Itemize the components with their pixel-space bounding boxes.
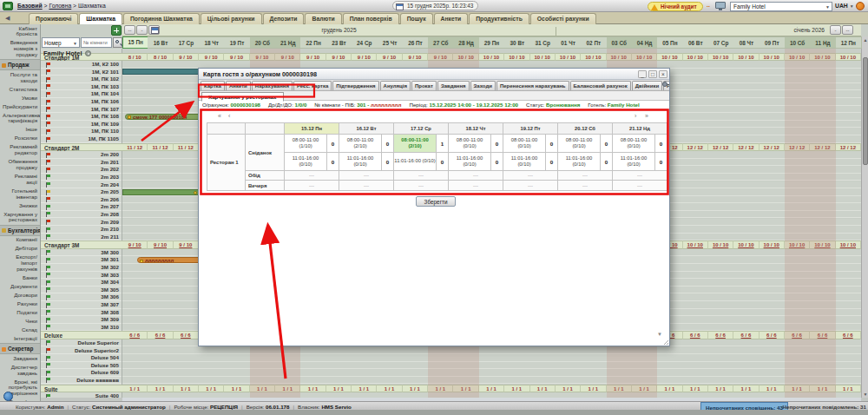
- room-row-label[interactable]: Deluxe Superior2: [41, 347, 122, 355]
- availability-link[interactable]: 1 / 1: [657, 385, 682, 393]
- room-filter-select[interactable]: Номер▼: [42, 37, 80, 48]
- availability-link[interactable]: 1 / 1: [607, 385, 632, 393]
- currency-select[interactable]: UAH ▼: [835, 3, 854, 9]
- availability-link[interactable]: 10 / 10: [760, 240, 785, 249]
- main-tab[interactable]: Погодинна Шахматка: [123, 13, 200, 24]
- meal-day-header[interactable]: 21.12 Нд: [613, 123, 667, 135]
- day-header-cell[interactable]: 18 Чт: [199, 36, 225, 49]
- availability-link[interactable]: 10 / 10: [760, 53, 785, 62]
- room-row-label[interactable]: 2m 210: [41, 226, 122, 234]
- room-row-label[interactable]: 1М, ПК 102: [41, 76, 122, 83]
- main-tab[interactable]: Депозити: [263, 13, 305, 24]
- availability-link[interactable]: 1 / 1: [275, 385, 300, 393]
- dinner-row-empty-cell[interactable]: ---: [558, 181, 613, 191]
- day-header-cell[interactable]: 01 Чт: [556, 36, 582, 49]
- breakfast-slot1-cell[interactable]: 08:00-11:00(1/10): [285, 135, 327, 153]
- slot-count-cell[interactable]: 0: [546, 153, 558, 171]
- day-header-cell[interactable]: 10 Сб: [785, 36, 811, 49]
- room-row-label[interactable]: Deluxe 505: [41, 362, 122, 370]
- room-row-label[interactable]: 3М 300: [41, 249, 122, 257]
- breakfast-slot2-cell[interactable]: 11:01-16:00(0/10): [613, 153, 655, 171]
- slot-count-cell[interactable]: 0: [491, 135, 503, 153]
- info-icon[interactable]: [3, 392, 13, 401]
- availability-link[interactable]: 9 / 10: [174, 53, 199, 62]
- room-row-label[interactable]: 1М, ПК 1105: [41, 135, 122, 143]
- availability-link[interactable]: 9 / 10: [148, 240, 173, 249]
- room-row-label[interactable]: 1М, ПК 103: [41, 83, 122, 91]
- search-button[interactable]: [113, 37, 122, 48]
- availability-link[interactable]: 1 / 1: [504, 385, 529, 393]
- day-header-cell[interactable]: 27 Сб: [428, 36, 454, 49]
- sidebar-section[interactable]: Продаж: [0, 59, 40, 70]
- room-row-label[interactable]: 1М, К2 101: [41, 69, 122, 76]
- dialog-tab[interactable]: Балансовий рахунок: [570, 81, 631, 90]
- room-row-label[interactable]: 1М, ПК 108: [41, 113, 122, 121]
- availability-link[interactable]: 10 / 10: [632, 53, 657, 62]
- breakfast-slot2-cell[interactable]: 11:01-16:00 (0/10): [394, 153, 437, 171]
- day-header-cell[interactable]: 28 Нд: [453, 36, 479, 49]
- sidebar-item[interactable]: Прейскуранти: [0, 102, 40, 111]
- breakfast-slot1-cell[interactable]: 08:00-11:00(2/10): [339, 135, 382, 153]
- night-audit-button[interactable]: Нічний аудит: [648, 2, 703, 11]
- resize-grip[interactable]: [663, 339, 668, 345]
- availability-link[interactable]: 10 / 10: [453, 53, 478, 62]
- availability-link[interactable]: 10 / 10: [479, 53, 504, 62]
- availability-link[interactable]: 6 / 6: [836, 331, 861, 339]
- booking-bar[interactable]: смоук 177 0000030184: [125, 114, 201, 120]
- availability-link[interactable]: 1 / 1: [122, 385, 148, 393]
- availability-link[interactable]: 10 / 10: [581, 53, 606, 62]
- dialog-scroll-down-icon[interactable]: ▼: [657, 332, 662, 337]
- alert-indicator-icon[interactable]: [856, 2, 865, 10]
- availability-link[interactable]: 9 / 10: [174, 240, 199, 249]
- room-row-label[interactable]: 3М 309: [41, 316, 122, 324]
- availability-link[interactable]: 11 / 12: [174, 143, 199, 152]
- day-header-cell[interactable]: 25 Чт: [377, 36, 403, 49]
- room-row-label[interactable]: 3М 308: [41, 309, 122, 317]
- availability-link[interactable]: 12 / 12: [708, 143, 733, 152]
- breakfast-slot2-cell[interactable]: 11:01-16:00(0/10): [339, 153, 382, 171]
- availability-link[interactable]: 10 / 10: [733, 53, 759, 62]
- breakfast-slot2-cell[interactable]: 11:01-16:00(0/10): [285, 153, 327, 171]
- dinner-row-empty-cell[interactable]: ---: [613, 181, 667, 191]
- lunch-row-empty-cell[interactable]: ---: [449, 171, 503, 181]
- availability-link[interactable]: 1 / 1: [224, 385, 249, 393]
- slot-count-cell[interactable]: 1: [437, 135, 449, 153]
- date-picker-button[interactable]: [148, 25, 160, 35]
- day-header-cell[interactable]: 06 Вт: [683, 36, 709, 49]
- first-page-icon[interactable]: «: [218, 113, 221, 119]
- availability-link[interactable]: 12 / 12: [810, 143, 835, 152]
- lunch-row-empty-cell[interactable]: ---: [339, 171, 394, 181]
- availability-link[interactable]: 6 / 6: [810, 331, 835, 339]
- availability-link[interactable]: 6 / 6: [785, 331, 810, 339]
- availability-link[interactable]: 6 / 6: [760, 331, 785, 339]
- availability-link[interactable]: 1 / 1: [632, 385, 657, 393]
- sidebar-item[interactable]: Альтернативна тарифікація: [0, 111, 40, 126]
- dinner-row-empty-cell[interactable]: ---: [449, 181, 503, 191]
- availability-link[interactable]: 10 / 10: [683, 53, 708, 62]
- room-row-label[interactable]: 2m 203: [41, 174, 122, 181]
- availability-link[interactable]: 9 / 10: [199, 53, 224, 62]
- sidebar-item[interactable]: Склад: [0, 326, 40, 334]
- sidebar-item[interactable]: Компанії: [0, 236, 40, 245]
- day-header-cell[interactable]: 11 Нд: [810, 36, 836, 49]
- meal-day-header[interactable]: 19.12 Пт: [503, 123, 558, 135]
- sidebar-section[interactable]: Секретар: [0, 343, 40, 354]
- availability-link[interactable]: 1 / 1: [428, 385, 453, 393]
- slot-count-cell[interactable]: 0: [655, 135, 667, 153]
- availability-link[interactable]: 10 / 10: [836, 53, 861, 62]
- room-row-label[interactable]: 2m 211: [41, 234, 122, 241]
- sidebar-item[interactable]: Послуги та заходи: [0, 70, 40, 85]
- room-row-label[interactable]: 3М 305: [41, 287, 122, 294]
- sidebar-item[interactable]: Рекламні акції: [0, 172, 40, 187]
- day-header-cell[interactable]: 16 Вт: [148, 36, 174, 49]
- availability-link[interactable]: 6 / 6: [733, 331, 759, 339]
- availability-link[interactable]: 1 / 1: [300, 385, 326, 393]
- room-row-label[interactable]: 2m 202: [41, 166, 122, 174]
- main-tab[interactable]: Продуктивність: [469, 13, 529, 24]
- lunch-row-empty-cell[interactable]: ---: [503, 171, 558, 181]
- availability-link[interactable]: 1 / 1: [733, 385, 759, 393]
- availability-link[interactable]: 1 / 1: [556, 385, 581, 393]
- meal-day-header[interactable]: 16.12 Вт: [339, 123, 394, 135]
- availability-link[interactable]: 9 / 10: [250, 53, 275, 62]
- sidebar-item[interactable]: Умови: [0, 94, 40, 102]
